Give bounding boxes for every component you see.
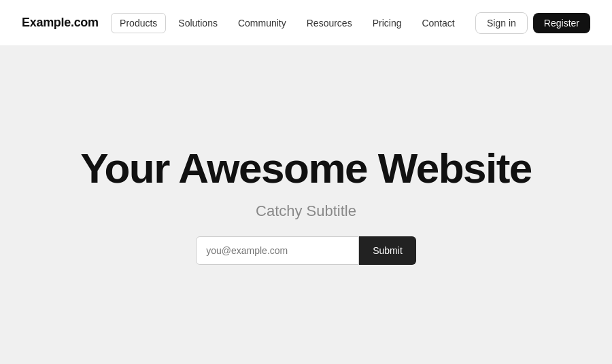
nav-item-community[interactable]: Community — [230, 14, 294, 33]
signin-button[interactable]: Sign in — [475, 12, 528, 34]
brand-logo[interactable]: Example.com — [22, 16, 99, 30]
submit-button[interactable]: Submit — [359, 236, 416, 265]
nav-item-products[interactable]: Products — [111, 13, 166, 33]
nav-item-pricing[interactable]: Pricing — [364, 14, 410, 33]
navbar-actions: Sign in Register — [475, 12, 590, 34]
hero-section: Your Awesome Website Catchy Subtitle Sub… — [0, 46, 612, 364]
nav-item-contact[interactable]: Contact — [413, 14, 462, 33]
hero-form: Submit — [196, 236, 416, 265]
hero-subtitle: Catchy Subtitle — [256, 202, 356, 220]
nav-menu: Products Solutions Community Resources P… — [111, 13, 463, 33]
nav-item-resources[interactable]: Resources — [299, 14, 360, 33]
email-input[interactable] — [196, 236, 359, 265]
hero-title: Your Awesome Website — [80, 145, 532, 192]
register-button[interactable]: Register — [533, 13, 590, 33]
navbar: Example.com Products Solutions Community… — [0, 0, 612, 46]
nav-item-solutions[interactable]: Solutions — [170, 14, 226, 33]
